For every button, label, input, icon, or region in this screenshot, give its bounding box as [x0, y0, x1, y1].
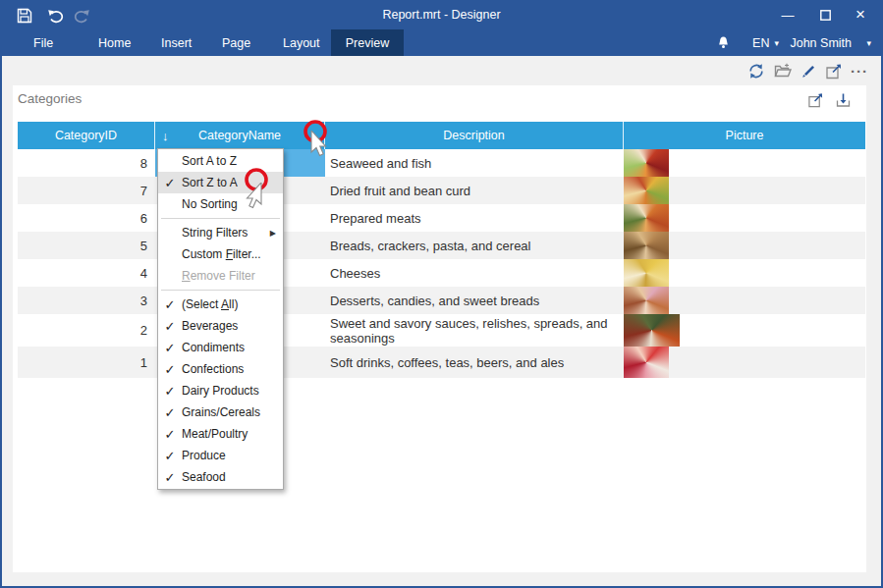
menu-separator — [161, 290, 280, 291]
notifications-button[interactable] — [716, 29, 731, 56]
maximize-icon — [820, 10, 831, 21]
tab-file[interactable]: File — [20, 29, 67, 56]
column-header-categoryname[interactable]: ↓ CategoryName — [155, 122, 325, 149]
menu-item-string-filters[interactable]: String Filters ▶ — [158, 222, 283, 243]
menu-item-beverages[interactable]: ✓ Beverages — [158, 315, 283, 337]
titlebar: Report.mrt - Designer — × — [0, 0, 883, 29]
column-filter-menu: Sort A to Z ✓ Sort Z to A No Sorting Str… — [157, 148, 284, 490]
table-header-row: CategoryID ↓ CategoryName Description Pi… — [18, 122, 865, 149]
refresh-icon — [747, 63, 765, 80]
refresh-button[interactable] — [745, 61, 767, 80]
table-row[interactable]: 3 Desserts, candies, and sweet breads — [18, 287, 865, 314]
check-icon: ✓ — [158, 449, 182, 463]
expand-icon — [807, 92, 824, 108]
category-picture — [624, 314, 680, 347]
table-row[interactable]: 6 Prepared meats — [18, 204, 865, 232]
table-row[interactable]: 8 Seaweed and fish — [18, 149, 865, 177]
open-folder-icon — [774, 63, 792, 79]
bell-icon — [716, 35, 731, 50]
window-border — [0, 0, 2, 588]
check-icon: ✓ — [158, 427, 182, 442]
window-title: Report.mrt - Designer — [0, 0, 883, 29]
open-report-button[interactable] — [772, 61, 794, 80]
categories-table: CategoryID ↓ CategoryName Description Pi… — [18, 122, 865, 378]
ellipsis-icon: ··· — [851, 63, 868, 80]
tab-insert[interactable]: Insert — [147, 29, 205, 56]
menu-item-dairy-products[interactable]: ✓ Dairy Products — [158, 380, 283, 401]
edit-report-button[interactable] — [798, 61, 819, 80]
category-picture — [624, 232, 669, 259]
check-icon: ✓ — [158, 470, 182, 485]
ribbon-tab-bar: File Home Insert Page Layout Preview EN … — [0, 29, 883, 56]
menu-item-meat-poultry[interactable]: ✓ Meat/Poultry — [158, 423, 283, 445]
download-icon — [835, 92, 852, 108]
expand-table-button[interactable] — [805, 91, 825, 109]
category-picture — [624, 259, 669, 287]
check-icon: ✓ — [158, 341, 182, 355]
check-icon: ✓ — [158, 297, 182, 312]
menu-item-sort-z-to-a[interactable]: ✓ Sort Z to A — [158, 172, 283, 193]
category-picture — [624, 347, 669, 378]
category-picture — [624, 204, 669, 232]
menu-item-produce[interactable]: ✓ Produce — [158, 445, 283, 466]
column-header-categoryid[interactable]: CategoryID — [18, 122, 155, 149]
table-row[interactable]: 5 Breads, crackers, pasta, and cereal — [18, 232, 865, 259]
tab-page[interactable]: Page — [208, 29, 264, 56]
sort-descending-icon: ↓ — [162, 129, 169, 143]
table-row[interactable]: 2 Sweet and savory sauces, relishes, spr… — [18, 314, 865, 347]
menu-item-seafood[interactable]: ✓ Seafood — [158, 466, 283, 488]
open-new-window-button[interactable] — [823, 61, 845, 80]
table-row[interactable]: 7 Dried fruit and bean curd — [18, 177, 865, 204]
check-icon: ✓ — [158, 319, 182, 334]
tab-layout[interactable]: Layout — [269, 29, 334, 56]
tab-preview[interactable]: Preview — [331, 29, 404, 56]
user-menu[interactable]: John Smith — [790, 29, 852, 56]
menu-item-grains-cereals[interactable]: ✓ Grains/Cereals — [158, 401, 283, 423]
table-row[interactable]: 4 Cheeses — [18, 259, 865, 287]
column-header-picture[interactable]: Picture — [624, 122, 865, 149]
close-button[interactable]: × — [844, 0, 877, 29]
menu-item-sort-a-to-z[interactable]: Sort A to Z — [158, 150, 283, 172]
menu-item-condiments[interactable]: ✓ Condiments — [158, 337, 283, 358]
category-picture — [624, 149, 669, 177]
export-table-button[interactable] — [833, 91, 853, 109]
check-icon: ✓ — [158, 384, 182, 399]
chevron-down-icon: ▾ — [774, 38, 779, 48]
report-band-title: Categories — [18, 91, 82, 106]
chevron-down-icon: ▾ — [866, 38, 871, 48]
pencil-icon — [800, 63, 817, 80]
maximize-button[interactable] — [808, 0, 842, 29]
column-header-description[interactable]: Description — [325, 122, 624, 149]
language-selector[interactable]: EN ▾ — [752, 29, 779, 56]
menu-item-no-sorting[interactable]: No Sorting — [158, 193, 283, 215]
user-menu-caret[interactable]: ▾ — [861, 29, 871, 56]
menu-separator — [161, 218, 280, 219]
minimize-button[interactable]: — — [771, 0, 804, 29]
menu-item-custom-filter[interactable]: Custom Filter... — [158, 243, 283, 265]
designer-window: Report.mrt - Designer — × File Home Inse… — [0, 0, 883, 588]
check-icon: ✓ — [158, 176, 182, 190]
menu-item-confections[interactable]: ✓ Confections — [158, 358, 283, 380]
menu-item-remove-filter: Remove Filter — [158, 265, 283, 287]
menu-item-select-all[interactable]: ✓ (Select All) — [158, 294, 283, 315]
category-picture — [624, 287, 669, 314]
more-options-button[interactable]: ··· — [849, 61, 870, 80]
expand-window-icon — [825, 63, 843, 80]
table-row[interactable]: 1 Soft drinks, coffees, teas, beers, and… — [18, 347, 865, 378]
submenu-arrow-icon: ▶ — [270, 229, 283, 238]
category-picture — [624, 177, 669, 204]
preview-toolbar: ··· — [0, 56, 883, 85]
check-icon: ✓ — [158, 362, 182, 377]
tab-home[interactable]: Home — [84, 29, 144, 56]
check-icon: ✓ — [158, 405, 182, 420]
